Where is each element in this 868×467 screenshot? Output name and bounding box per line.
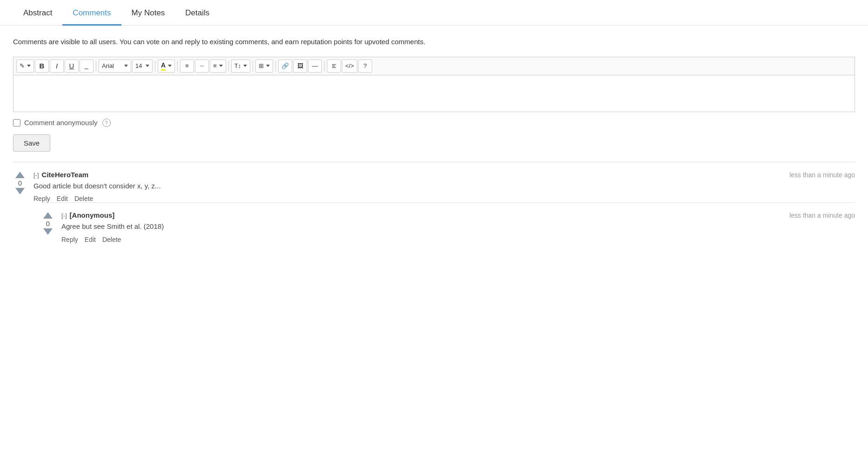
separator-2 — [155, 61, 155, 71]
vote-col-1: 0 — [13, 171, 27, 194]
reply-author-1: [Anonymous] — [70, 211, 115, 219]
bold-button[interactable]: B — [35, 60, 49, 73]
link-icon: 🔗 — [281, 62, 289, 69]
help-button[interactable]: ? — [358, 60, 372, 73]
hr-icon: — — [312, 62, 318, 69]
reply-row-1: 0 [-] [Anonymous] less than a minute ago… — [41, 211, 855, 243]
code-icon: </> — [345, 62, 354, 69]
image-button[interactable]: 🖼 — [293, 60, 307, 73]
heading-icon: T↕ — [234, 62, 241, 69]
separator-1 — [96, 61, 96, 71]
bullet-list-icon: ≡ — [185, 62, 189, 69]
comments-description: Comments are visible to all users. You c… — [13, 37, 855, 47]
delete-button-1[interactable]: Delete — [74, 195, 93, 202]
reply-thread-1: 0 [-] [Anonymous] less than a minute ago… — [41, 202, 855, 243]
downvote-button-reply-1[interactable] — [43, 228, 53, 235]
text-color-label: A — [161, 61, 166, 71]
comment-author-row-1: [-] CiteHeroTeam — [33, 171, 88, 179]
reply-collapse-button-1[interactable]: [-] — [61, 212, 67, 219]
heading-button[interactable]: T↕ — [231, 60, 250, 73]
tab-my-notes[interactable]: My Notes — [121, 0, 175, 26]
comments-section: 0 [-] CiteHeroTeam less than a minute ag… — [13, 162, 855, 248]
reply-header-1: [-] [Anonymous] less than a minute ago — [61, 211, 855, 219]
comment-author-1: CiteHeroTeam — [42, 171, 89, 179]
link-button[interactable]: 🔗 — [278, 60, 292, 73]
comment-thread-1: 0 [-] CiteHeroTeam less than a minute ag… — [13, 162, 855, 248]
vote-count-reply-1: 0 — [46, 220, 50, 227]
pen-icon: ✎ — [20, 62, 25, 69]
reply-button-1[interactable]: Reply — [33, 195, 50, 202]
anonymous-label: Comment anonymously — [24, 119, 98, 127]
main-content: Comments are visible to all users. You c… — [0, 26, 868, 248]
comment-time-1: less than a minute ago — [789, 171, 855, 179]
bold-icon: B — [40, 62, 45, 70]
align-icon: ≡ — [213, 62, 217, 69]
font-size-button[interactable]: 14 — [132, 60, 153, 73]
font-size-label: 14 — [135, 62, 142, 69]
comment-body-1: [-] CiteHeroTeam less than a minute ago … — [33, 171, 855, 203]
numbered-list-button[interactable]: ⋅⋅ — [195, 60, 209, 73]
vote-count-1: 0 — [18, 179, 22, 187]
table-button[interactable]: ⊞ — [255, 60, 273, 73]
text-color-button[interactable]: A — [158, 60, 175, 73]
font-dropdown-icon — [124, 65, 128, 67]
upvote-button-1[interactable] — [15, 172, 25, 178]
vote-col-reply-1: 0 — [41, 211, 55, 235]
strikethrough-icon: ⎯ — [85, 62, 88, 69]
align-button[interactable]: ≡ — [210, 60, 226, 73]
comment-header-1: [-] CiteHeroTeam less than a minute ago — [33, 171, 855, 179]
pen-dropdown-icon — [27, 65, 31, 67]
tab-details[interactable]: Details — [175, 0, 220, 26]
fullscreen-icon: ⨊ — [331, 62, 337, 69]
table-dropdown-icon — [266, 65, 270, 67]
comment-editor[interactable] — [13, 75, 855, 112]
reply-edit-button-1[interactable]: Edit — [85, 236, 96, 243]
font-family-label: Arial — [102, 62, 114, 69]
separator-3 — [177, 61, 178, 71]
save-button[interactable]: Save — [13, 134, 50, 152]
reply-text-1: Agree but see Smith et al. (2018) — [61, 221, 855, 232]
font-family-button[interactable]: Arial — [99, 60, 131, 73]
code-button[interactable]: </> — [342, 60, 357, 73]
pen-button[interactable]: ✎ — [16, 60, 34, 73]
reply-author-row-1: [-] [Anonymous] — [61, 211, 114, 219]
upvote-button-reply-1[interactable] — [43, 212, 53, 219]
help-icon: ? — [363, 62, 367, 69]
tab-abstract[interactable]: Abstract — [13, 0, 62, 26]
italic-button[interactable]: I — [50, 60, 64, 73]
edit-button-1[interactable]: Edit — [57, 195, 68, 202]
align-dropdown-icon — [219, 65, 223, 67]
reply-reply-button-1[interactable]: Reply — [61, 236, 78, 243]
reply-body-1: [-] [Anonymous] less than a minute ago A… — [61, 211, 855, 243]
numbered-list-icon: ⋅⋅ — [200, 62, 204, 69]
downvote-button-1[interactable] — [15, 188, 25, 194]
bullet-list-button[interactable]: ≡ — [180, 60, 194, 73]
anonymous-help-icon[interactable]: ? — [102, 119, 111, 127]
table-icon: ⊞ — [259, 62, 264, 69]
underline-icon: U — [69, 62, 74, 70]
comment-row-1: 0 [-] CiteHeroTeam less than a minute ag… — [13, 171, 855, 203]
reply-time-1: less than a minute ago — [789, 212, 855, 219]
separator-7 — [324, 61, 325, 71]
size-dropdown-icon — [146, 65, 149, 67]
comment-actions-1: Reply Edit Delete — [33, 195, 855, 202]
italic-icon: I — [56, 62, 58, 70]
underline-button[interactable]: U — [65, 60, 79, 73]
fullscreen-button[interactable]: ⨊ — [327, 60, 341, 73]
anonymous-row: Comment anonymously ? — [13, 119, 855, 127]
image-icon: 🖼 — [297, 62, 303, 69]
hr-button[interactable]: — — [308, 60, 322, 73]
tab-comments[interactable]: Comments — [62, 0, 121, 26]
separator-4 — [228, 61, 229, 71]
editor-toolbar: ✎ B I U ⎯ Arial 14 A ≡ — [13, 57, 855, 75]
anonymous-checkbox[interactable] — [13, 119, 20, 127]
comment-text-1: Good article but doesn't consider x, y, … — [33, 181, 855, 192]
reply-delete-button-1[interactable]: Delete — [102, 236, 121, 243]
tab-bar: Abstract Comments My Notes Details — [0, 0, 868, 26]
reply-actions-1: Reply Edit Delete — [61, 236, 855, 243]
separator-5 — [253, 61, 253, 71]
collapse-button-1[interactable]: [-] — [33, 172, 39, 179]
color-dropdown-icon — [168, 65, 172, 67]
heading-dropdown-icon — [243, 65, 247, 67]
strikethrough-button[interactable]: ⎯ — [80, 60, 93, 73]
